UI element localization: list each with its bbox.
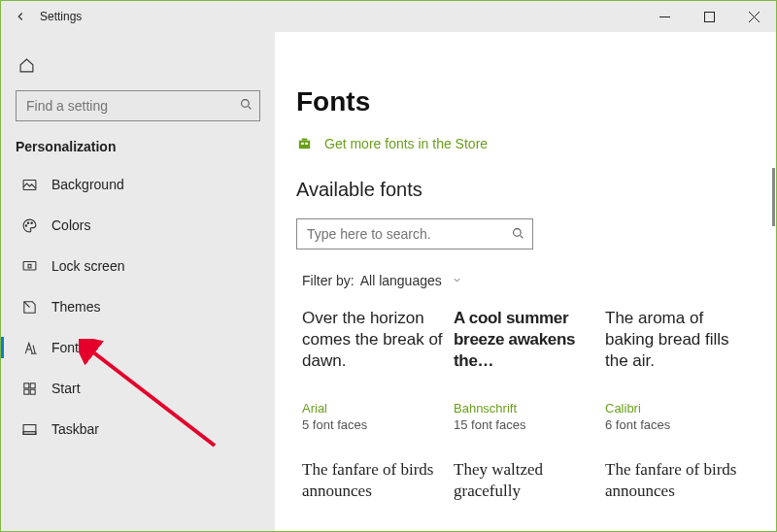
search-icon [512,227,524,243]
font-faces: 5 font faces [302,417,448,432]
taskbar-icon [20,420,38,438]
maximize-button[interactable] [687,1,731,32]
store-link-label: Get more fonts in the Store [324,136,488,151]
font-preview: The aroma of baking bread fills the air. [605,308,751,399]
svg-rect-15 [301,143,304,145]
svg-point-4 [25,224,26,225]
font-faces: 15 font faces [454,417,599,432]
svg-point-2 [242,100,250,108]
font-name: Calibri [605,401,751,416]
sidebar-item-label: Lock screen [51,258,124,274]
font-search-input[interactable] [297,219,532,249]
settings-search-input[interactable] [16,90,260,121]
main-content: Fonts Get more fonts in the Store Availa… [275,32,776,531]
lock-screen-icon [20,257,38,275]
sidebar-item-lock-screen[interactable]: Lock screen [1,246,275,286]
svg-rect-0 [659,17,670,17]
sidebar-item-label: Colors [51,217,90,233]
font-card[interactable]: They waltzed gracefully [454,459,599,531]
svg-point-6 [30,221,31,222]
scrollbar[interactable] [772,168,775,226]
fonts-icon [20,339,38,356]
themes-icon [20,298,38,316]
svg-rect-9 [23,382,28,387]
font-card[interactable]: The aroma of baking bread fills the air.… [605,308,751,432]
font-name: Arial [302,401,448,416]
font-preview: The fanfare of birds announces [605,459,751,531]
svg-rect-7 [23,261,36,270]
font-name: Bahnschrift [454,401,599,416]
font-card[interactable]: The fanfare of birds announces [302,459,448,531]
store-link[interactable]: Get more fonts in the Store [296,135,755,151]
svg-rect-8 [28,264,31,268]
font-faces: 6 font faces [605,417,751,432]
picture-icon [20,176,38,193]
font-preview: The fanfare of birds announces [302,459,448,531]
font-preview: Over the horizon comes the break of dawn… [302,308,448,399]
svg-rect-12 [30,389,35,394]
sidebar-item-taskbar[interactable]: Taskbar [1,409,275,449]
settings-search[interactable] [16,90,260,121]
minimize-button[interactable] [642,1,687,32]
sidebar-item-colors[interactable]: Colors [1,205,275,246]
close-button[interactable] [731,1,776,32]
filter-dropdown[interactable]: Filter by: All languages [296,273,755,288]
font-search[interactable] [296,218,533,249]
home-button[interactable] [7,48,46,83]
font-card[interactable]: A cool summer breeze awakens the… Bahnsc… [454,308,599,432]
filter-value: All languages [360,273,442,288]
sidebar-item-label: Fonts [51,340,85,355]
store-icon [296,135,313,151]
font-card[interactable]: The fanfare of birds announces [605,459,751,531]
sidebar-item-label: Taskbar [51,421,99,437]
window-title: Settings [40,10,82,23]
font-preview: They waltzed gracefully [454,459,599,531]
svg-rect-1 [704,12,714,21]
search-icon [240,98,253,114]
svg-rect-10 [30,382,35,387]
sidebar-item-label: Themes [51,299,101,315]
sidebar-item-label: Start [51,381,81,396]
start-icon [20,380,38,397]
titlebar: Settings [1,1,776,32]
sidebar: Personalization Background Colors Lock s… [1,32,275,531]
sidebar-item-background[interactable]: Background [1,164,275,205]
filter-label: Filter by: [302,273,355,288]
svg-point-5 [27,221,28,222]
available-fonts-heading: Available fonts [296,179,755,201]
svg-rect-14 [23,431,36,434]
sidebar-category-header: Personalization [1,133,275,164]
chevron-down-icon [452,275,462,287]
font-preview: A cool summer breeze awakens the… [454,308,599,399]
sidebar-item-fonts[interactable]: Fonts [1,327,275,368]
page-title: Fonts [296,86,755,117]
sidebar-item-label: Background [51,177,124,192]
svg-point-17 [514,229,522,237]
sidebar-item-themes[interactable]: Themes [1,286,275,327]
font-card[interactable]: Over the horizon comes the break of dawn… [302,308,448,432]
palette-icon [20,216,38,234]
fonts-grid: Over the horizon comes the break of dawn… [296,308,755,531]
sidebar-item-start[interactable]: Start [1,368,275,409]
svg-rect-16 [305,143,308,145]
back-button[interactable] [1,1,40,32]
svg-rect-11 [23,389,28,394]
